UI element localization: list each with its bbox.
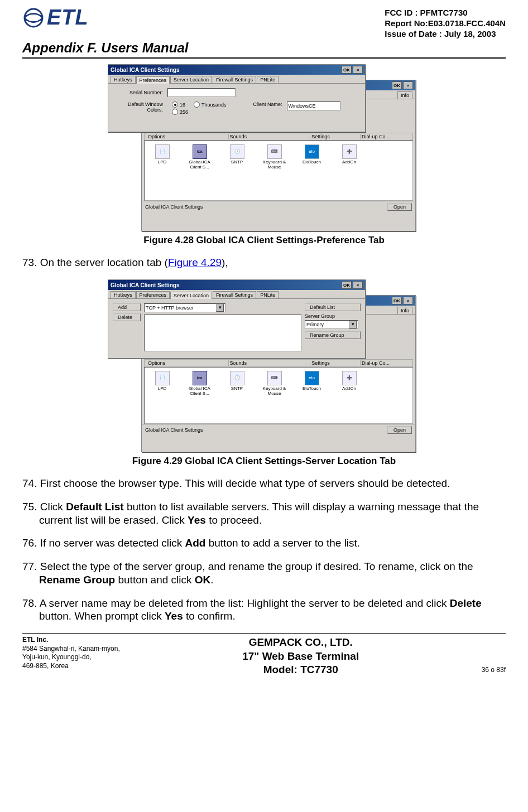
ok-button[interactable]: OK [392,297,402,304]
col-sounds: Sounds [229,134,311,139]
delete-button[interactable]: Delete [113,313,141,321]
ok-button[interactable]: OK [392,81,402,89]
col-options: Options [147,360,229,366]
header-info: FCC ID : PFMTC7730 Report No:E03.0718.FC… [385,6,506,39]
footer-product: 17" Web Base Terminal [242,650,359,664]
issue-date: Issue of Date : July 18, 2003 [385,29,506,40]
footer-model: Model: TC7730 [242,663,359,677]
close-icon[interactable]: × [353,66,363,74]
step-76: 76. If no server was detected click Add … [22,536,506,550]
icons-row: 📄LPD icaGlobal ICA Client S... 🕒SNTP ⌨Ke… [144,141,413,201]
icon-global-ica[interactable]: icaGlobal ICA Client S... [184,371,215,420]
page-number: 36 o 83f [482,666,506,677]
add-button[interactable]: Add [113,303,141,311]
default-list-button[interactable]: Default List [305,303,361,311]
tab-info[interactable]: Info [397,91,412,99]
address-line-3: 469-885, Korea [22,662,120,671]
tab-preferences[interactable]: Preferences [136,291,170,298]
svg-point-0 [25,9,42,27]
logo-text: ETL [47,6,89,30]
icon-global-ica[interactable]: icaGlobal ICA Client S... [184,144,215,197]
browser-type-dropdown[interactable]: TCP + HTTP browser ▾ [144,303,225,312]
open-button[interactable]: Open [387,426,412,434]
screenshot-figure-4-29: OK × Info Options Sounds Settings Dial-u… [108,279,420,452]
open-button[interactable]: Open [387,203,412,211]
tab-hotkeys[interactable]: Hotkeys [111,76,136,83]
serial-number-input[interactable] [167,88,236,97]
label-default-colors: Default Window Colors: [113,102,163,113]
tab-hotkeys[interactable]: Hotkeys [111,291,136,298]
company-name: ETL Inc. [22,636,120,645]
figure-caption-4-29: Figure 4.29 Global ICA Client Settings-S… [22,456,506,467]
dialog-title: Global ICA Client Settings [111,282,180,288]
status-text: Global ICA Client Settings [145,204,203,210]
footer-divider [22,633,506,634]
chevron-down-icon: ▾ [216,304,224,312]
rename-group-button[interactable]: Rename Group [305,331,361,339]
close-icon[interactable]: × [353,281,363,289]
close-icon[interactable]: × [403,297,413,304]
icon-sntp[interactable]: 🕒SNTP [222,371,252,420]
tab-server-location[interactable]: Server Location [170,76,212,83]
col-options: Options [147,134,229,139]
step-75: 75. Click Default List button to list av… [22,500,506,527]
icon-elotouch[interactable]: eloEloTouch [296,144,327,197]
column-headers: Options Sounds Settings Dial-up Co... [144,359,413,367]
label-serial-number: Serial Number: [113,90,163,95]
tab-pnlite[interactable]: PNLite [257,291,279,298]
server-group-dropdown[interactable]: Primary ▾ [305,320,358,329]
icon-addon[interactable]: ➕AddOn [334,144,364,197]
icon-elotouch[interactable]: eloEloTouch [296,371,327,420]
step-77: 77. Select the type of the server group,… [22,560,506,587]
fcc-id: FCC ID : PFMTC7730 [385,8,506,18]
screenshot-figure-4-28: OK × Info Options Sounds Settings Dial-u… [108,64,420,231]
step-74: 74. First choose the browser type. This … [22,477,506,490]
radio-16[interactable]: 16 [172,102,188,108]
col-dialup: Dial-up Co... [361,134,410,139]
step-73: 73. On the server location tab (Figure 4… [22,256,506,269]
step-78: 78. A server name may be deleted from th… [22,597,506,624]
icon-addon[interactable]: ➕AddOn [334,371,364,420]
client-name-input[interactable]: WindowsCE [287,102,340,110]
report-no: Report No:E03.0718.FCC.404N [385,18,506,29]
icon-lpd[interactable]: 📄LPD [147,144,177,197]
logo: ETL [22,6,89,30]
icon-keyboard-mouse[interactable]: ⌨Keyboard & Mouse [259,144,290,197]
header-divider [22,57,506,59]
radio-thousands[interactable]: Thousands [194,102,227,108]
footer-company: GEMPACK CO., LTD. [242,636,359,650]
ok-button[interactable]: OK [342,281,352,289]
tab-firewall-settings[interactable]: Firewall Settings [213,76,256,83]
figure-caption-4-28: Figure 4.28 Global ICA Client Settings-P… [22,235,506,246]
icon-keyboard-mouse[interactable]: ⌨Keyboard & Mouse [259,371,290,420]
icons-row: 📄LPD icaGlobal ICA Client S... 🕒SNTP ⌨Ke… [144,367,413,424]
tab-info[interactable]: Info [397,307,412,314]
chevron-down-icon: ▾ [349,321,357,328]
col-settings: Settings [310,134,361,139]
close-icon[interactable]: × [403,81,413,89]
radio-256[interactable]: 256 [172,109,188,115]
ok-button[interactable]: OK [342,66,352,74]
tab-server-location[interactable]: Server Location [170,292,212,299]
tab-firewall-settings[interactable]: Firewall Settings [213,291,256,298]
icon-sntp[interactable]: 🕒SNTP [222,144,252,197]
tab-preferences[interactable]: Preferences [136,76,170,84]
dialog-title: Global ICA Client Settings [111,67,180,73]
link-figure-4-29[interactable]: Figure 4.29 [168,257,222,268]
status-text: Global ICA Client Settings [145,427,203,433]
globe-icon [22,7,45,29]
col-dialup: Dial-up Co... [361,360,410,366]
column-headers: Options Sounds Settings Dial-up Co... [144,133,413,141]
server-list[interactable] [144,315,301,351]
col-sounds: Sounds [229,360,311,366]
col-settings: Settings [310,360,361,366]
icon-lpd[interactable]: 📄LPD [147,371,177,420]
tab-pnlite[interactable]: PNLite [257,76,279,83]
label-server-group: Server Group [305,313,361,319]
appendix-title: Appendix F. Users Manual [22,40,506,56]
address-line-1: #584 Sangwhal-ri, Kanam-myon, [22,645,120,654]
address-line-2: Yoju-kun, Kyounggi-do, [22,653,120,662]
footer: ETL Inc. #584 Sangwhal-ri, Kanam-myon, Y… [22,636,506,677]
label-client-name: Client Name: [243,102,282,107]
